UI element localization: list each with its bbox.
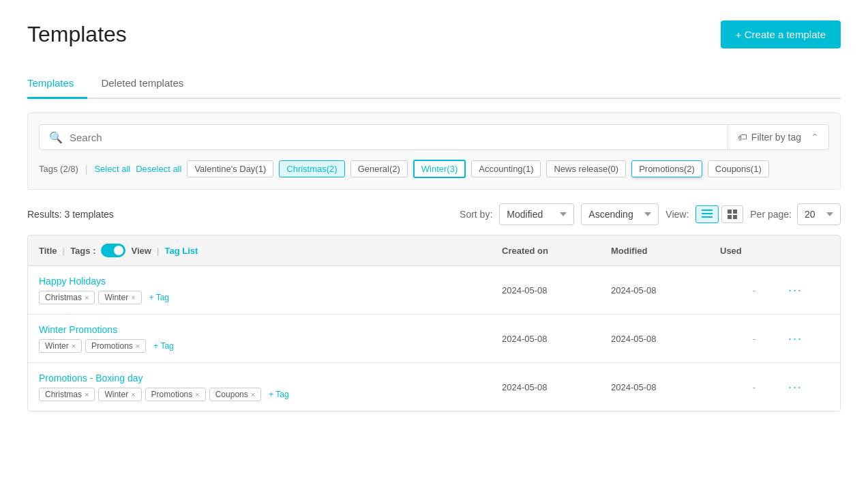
row2-actions: ··· [788,332,829,346]
remove-christmas-tag[interactable]: × [85,293,89,302]
header-used: Used [720,246,788,256]
search-icon: 🔍 [49,131,63,144]
tags-count-label: Tags (2/8) [39,164,78,174]
filter-panel: 🔍 🏷 Filter by tag ⌃ Tags (2/8) | Select … [27,113,841,190]
more-actions-button-row1[interactable]: ··· [788,283,803,298]
per-page-select[interactable]: 10 20 50 100 [797,203,841,225]
sort-order-select[interactable]: Ascending Descending [581,203,659,225]
table-row: Promotions - Boxing day Christmas × Wint… [28,363,840,411]
row2-used: - [720,334,788,344]
header-created-on: Created on [502,246,611,256]
remove-winter-tag-row3[interactable]: × [131,390,135,399]
per-page-label: Per page: [750,209,792,220]
svg-rect-4 [733,209,737,214]
remove-promotions-tag-row2[interactable]: × [136,342,140,350]
header-title: Title [39,246,57,256]
template-title-boxing-day[interactable]: Promotions - Boxing day [39,373,143,384]
row1-actions: ··· [788,283,829,298]
svg-rect-5 [728,215,732,219]
svg-rect-6 [733,215,737,219]
view-icons [695,205,743,223]
remove-winter-tag[interactable]: × [131,293,135,302]
grid-icon [728,209,737,219]
select-all-link[interactable]: Select all [94,164,130,174]
list-icon [702,209,713,219]
row3-created-on: 2024-05-08 [502,382,611,392]
row2-title-cell: Winter Promotions Winter × Promotions × … [39,324,502,353]
row3-actions: ··· [788,380,829,394]
svg-rect-1 [702,213,713,214]
chevron-up-icon: ⌃ [811,132,819,143]
remove-promotions-tag-row3[interactable]: × [195,390,199,399]
tag-chip-winter-row3: Winter × [98,388,141,401]
tab-deleted-templates[interactable]: Deleted templates [101,69,197,99]
tag-filter-coupons[interactable]: Coupons(1) [708,160,769,177]
page-header: Templates + Create a template [27,20,841,48]
tag-filter-accounting[interactable]: Accounting(1) [471,160,541,177]
tag-filter-valentines[interactable]: Valentine's Day(1) [187,160,273,177]
row3-tags: Christmas × Winter × Promotions × Coupon… [39,388,502,401]
deselect-all-link[interactable]: Deselect all [136,164,181,174]
add-tag-button-row2[interactable]: + Tag [149,340,177,352]
table-row: Happy Holidays Christmas × Winter × + Ta… [28,266,840,315]
tag-chip-winter: Winter × [98,291,141,304]
svg-rect-0 [702,209,713,211]
tag-filter-promotions[interactable]: Promotions(2) [631,160,702,177]
template-title-winter-promotions[interactable]: Winter Promotions [39,324,117,335]
row1-used: - [720,285,788,295]
page-title: Templates [27,22,127,47]
tab-templates[interactable]: Templates [27,69,87,99]
add-tag-button-row1[interactable]: + Tag [145,291,173,304]
view-label: View: [665,209,689,220]
svg-rect-3 [728,209,732,214]
row3-used: - [720,382,788,392]
tag-filter-general[interactable]: General(2) [350,160,408,177]
tag-chip-coupons-row3: Coupons × [209,388,261,401]
remove-coupons-tag-row3[interactable]: × [251,390,255,399]
row3-modified: 2024-05-08 [611,382,720,392]
header-view-label: View [131,246,151,256]
list-view-button[interactable] [695,205,719,223]
header-title-group: Title | Tags : View | Tag List [39,244,502,257]
grid-view-button[interactable] [721,205,743,223]
filter-by-tag-button[interactable]: 🏷 Filter by tag ⌃ [728,126,828,148]
tags-selection-row: Tags (2/8) | Select all Deselect all Val… [39,160,829,178]
row2-tags: Winter × Promotions × + Tag [39,339,502,353]
add-tag-button-row3[interactable]: + Tag [265,388,293,401]
per-page-group: Per page: 10 20 50 100 [750,203,841,225]
more-actions-button-row2[interactable]: ··· [788,332,803,346]
tag-list-link[interactable]: Tag List [165,246,198,256]
template-title-happy-holidays[interactable]: Happy Holidays [39,276,106,287]
table-header-row: Title | Tags : View | Tag List Created o… [28,235,840,266]
row1-created-on: 2024-05-08 [502,285,611,295]
header-modified: Modified [611,246,720,256]
sort-by-label: Sort by: [460,209,492,220]
tag-chip-christmas-row3: Christmas × [39,388,95,401]
tag-filter-christmas[interactable]: Christmas(2) [279,160,344,177]
sort-by-select[interactable]: Name Modified Created on Used [499,203,574,225]
results-bar: Results: 3 templates Sort by: Name Modif… [27,203,841,225]
results-text: Results: 3 templates [27,209,114,220]
search-input[interactable] [70,132,718,143]
search-part: 🔍 [40,126,728,149]
tag-chip-christmas: Christmas × [39,291,95,304]
row1-modified: 2024-05-08 [611,285,720,295]
more-actions-button-row3[interactable]: ··· [788,380,803,394]
table-row: Winter Promotions Winter × Promotions × … [28,315,840,363]
pipe-separator: | [85,164,88,175]
tag-filter-newsrelease[interactable]: News release(0) [546,160,626,177]
row3-title-cell: Promotions - Boxing day Christmas × Wint… [39,373,502,401]
svg-rect-2 [702,216,713,218]
tags-toggle[interactable] [101,244,125,257]
create-template-button[interactable]: + Create a template [721,20,841,48]
tag-filter-winter[interactable]: Winter(3) [413,160,466,178]
header-tags-label: Tags : [70,246,95,256]
tag-chip-winter: Winter × [39,339,82,353]
remove-christmas-tag-row3[interactable]: × [85,390,89,399]
tabs-bar: Templates Deleted templates [27,69,841,99]
templates-table: Title | Tags : View | Tag List Created o… [27,235,841,411]
row2-modified: 2024-05-08 [611,334,720,344]
remove-winter-tag-row2[interactable]: × [72,342,76,350]
page: Templates + Create a template Templates … [0,0,868,432]
row1-tags: Christmas × Winter × + Tag [39,291,502,304]
